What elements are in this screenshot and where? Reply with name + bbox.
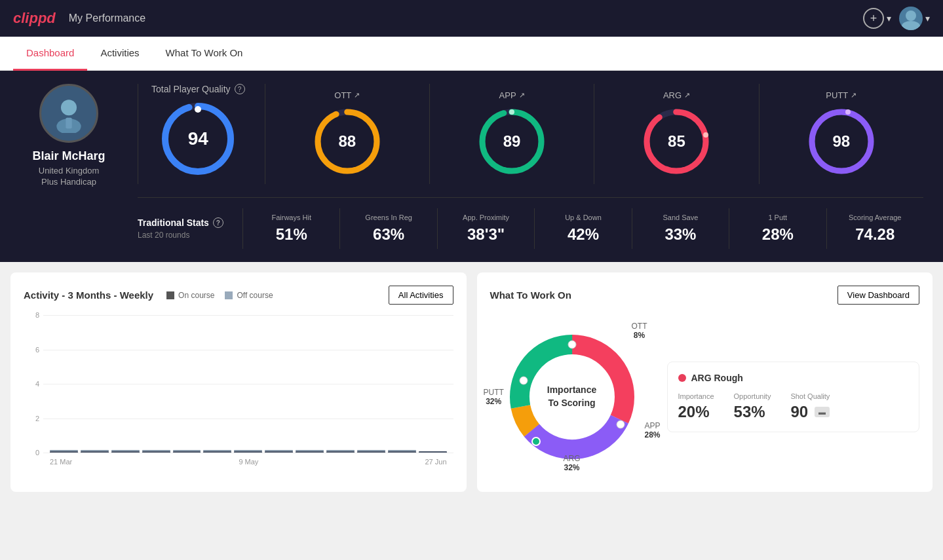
- x-label-may: 9 May: [239, 458, 258, 466]
- logo: clippd: [13, 10, 56, 27]
- wtwo-title: What To Work On: [490, 289, 571, 301]
- app-gauge: 89: [476, 105, 548, 177]
- putt-gauge: 98: [805, 105, 877, 177]
- putt-label: PUTT ↗: [826, 90, 856, 100]
- donut-chart: ImportanceTo Scoring OTT 8% APP 28% ARG …: [490, 315, 654, 479]
- bar-on-2: [111, 451, 140, 453]
- shot-quality-row: 90 ▬: [790, 403, 830, 421]
- x-label-mar: 21 Mar: [50, 458, 72, 466]
- stats-section: Total Player Quality ? 94: [138, 84, 923, 249]
- off-course-dot: [225, 291, 233, 299]
- bar-group-11: [388, 450, 416, 453]
- tab-activities[interactable]: Activities: [87, 37, 152, 71]
- all-activities-button[interactable]: All Activities: [389, 286, 453, 305]
- y-label-0: 0: [35, 449, 39, 457]
- player-section: Blair McHarg United Kingdom Plus Handica…: [20, 84, 923, 249]
- bar-on-10: [357, 451, 385, 453]
- arg-gauge: 85: [640, 105, 712, 177]
- page-title: My Performance: [69, 12, 145, 24]
- rec-metric-shot-quality: Shot Quality 90 ▬: [790, 392, 830, 421]
- add-circle-icon[interactable]: +: [863, 8, 884, 29]
- bar-group-4: [173, 450, 201, 453]
- x-axis-labels: 21 Mar 9 May 27 Jun: [43, 458, 453, 466]
- 1putt-value: 28%: [735, 225, 820, 244]
- quality-stats: Total Player Quality ? 94: [138, 84, 923, 184]
- header-right: + ▾ ▾: [863, 7, 930, 30]
- bar-group-1: [81, 450, 109, 453]
- bar-group-8: [296, 450, 324, 453]
- lower-section: Activity - 3 Months - Weekly On course O…: [0, 262, 943, 502]
- arg-donut-label: ARG 32%: [563, 454, 580, 472]
- updown-value: 42%: [540, 225, 626, 244]
- putt-donut-label: PUTT 32%: [484, 388, 504, 406]
- scoring-label: Scoring Average: [832, 214, 918, 221]
- y-label-2: 2: [35, 415, 39, 422]
- total-quality-label: Total Player Quality ?: [151, 84, 245, 94]
- ott-value: 88: [338, 132, 356, 151]
- rec-title: ARG Rough: [691, 373, 743, 383]
- rec-dot: [678, 374, 686, 382]
- bar-on-1: [81, 451, 109, 453]
- nav-tabs: Dashboard Activities What To Work On: [0, 37, 943, 71]
- 1putt-label: 1 Putt: [735, 214, 820, 221]
- scoring-value: 74.28: [832, 225, 918, 244]
- wtwo-card: What To Work On View Dashboard: [477, 272, 933, 492]
- svg-point-1: [902, 21, 920, 30]
- activity-chart-title: Activity - 3 Months - Weekly: [24, 289, 153, 301]
- stat-arg: ARG ↗ 85: [594, 84, 759, 184]
- wtwo-header: What To Work On View Dashboard: [490, 286, 920, 305]
- grid-line-0: [43, 453, 453, 453]
- bar-on-8: [296, 451, 324, 453]
- svg-point-26: [617, 420, 625, 428]
- avatar-icon: [899, 7, 923, 30]
- x-label-jun: 27 Jun: [425, 458, 446, 466]
- bar-on-7: [265, 451, 293, 453]
- bar-group-9: [326, 450, 355, 453]
- bar-group-12: [419, 451, 447, 453]
- bar-on-9: [326, 451, 355, 453]
- add-button[interactable]: + ▾: [863, 8, 891, 29]
- arg-label: ARG ↗: [663, 90, 690, 100]
- fairways-label: Fairways Hit: [248, 214, 334, 221]
- ott-gauge: 88: [311, 105, 383, 177]
- rec-metric-opportunity: Opportunity 53%: [734, 392, 771, 421]
- avatar[interactable]: [899, 7, 923, 30]
- opportunity-label: Opportunity: [734, 392, 771, 400]
- help-icon[interactable]: ?: [235, 84, 245, 94]
- tab-dashboard[interactable]: Dashboard: [13, 37, 87, 71]
- view-dashboard-button[interactable]: View Dashboard: [837, 286, 919, 305]
- rec-header: ARG Rough: [678, 373, 909, 383]
- bar-group-3: [142, 450, 170, 453]
- bar-on-6: [234, 451, 262, 453]
- stat-app: APP ↗ 89: [430, 84, 594, 184]
- bar-on-12: [419, 451, 447, 453]
- bar-group-6: [234, 450, 262, 453]
- sandsave-label: Sand Save: [638, 214, 723, 221]
- trad-1putt: 1 Putt 28%: [729, 208, 826, 249]
- bar-group-5: [203, 450, 231, 453]
- rec-metric-importance: Importance 20%: [678, 392, 714, 421]
- putt-value: 98: [832, 132, 850, 151]
- bar-on-5: [203, 451, 231, 453]
- player-name: Blair McHarg: [32, 149, 105, 163]
- activity-card: Activity - 3 Months - Weekly On course O…: [10, 272, 467, 492]
- trad-proximity: App. Proximity 38'3": [437, 208, 534, 249]
- svg-point-28: [520, 377, 528, 384]
- trad-stats-sublabel: Last 20 rounds: [138, 231, 242, 240]
- bar-group-0: [50, 450, 78, 453]
- total-quality-value: 94: [188, 128, 208, 149]
- tab-what-to-work-on[interactable]: What To Work On: [153, 37, 256, 71]
- importance-label: Importance: [678, 392, 714, 400]
- traditional-stats: Traditional Stats ? Last 20 rounds Fairw…: [138, 197, 923, 249]
- greens-label: Greens In Reg: [345, 214, 431, 221]
- user-avatar-button[interactable]: ▾: [899, 7, 930, 30]
- player-country: United Kingdom: [39, 166, 100, 176]
- trad-help-icon[interactable]: ?: [213, 217, 223, 228]
- recommendation-area: ARG Rough Importance 20% Opportunity 53%…: [667, 362, 920, 432]
- shot-quality-value: 90: [790, 403, 808, 421]
- bar-on-11: [388, 451, 416, 453]
- wtwo-content: ImportanceTo Scoring OTT 8% APP 28% ARG …: [490, 315, 920, 479]
- player-handicap: Plus Handicap: [41, 177, 96, 187]
- bar-group-10: [357, 450, 385, 453]
- importance-value: 20%: [678, 403, 714, 421]
